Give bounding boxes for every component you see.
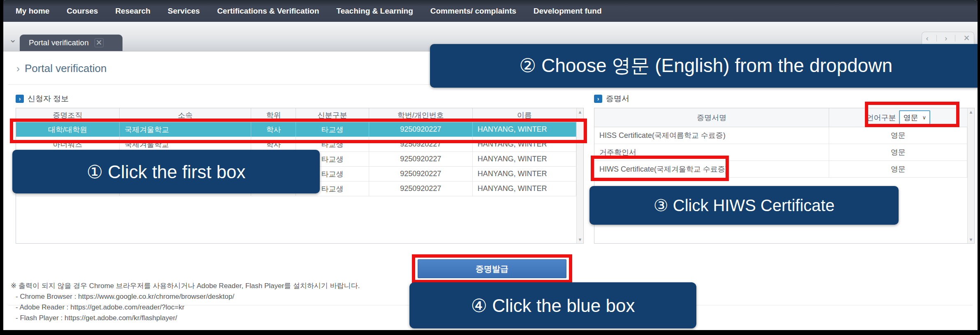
column-header: 이름 (473, 108, 576, 122)
next-tab-icon[interactable]: › (945, 34, 947, 42)
divider (936, 35, 937, 42)
certificate-table-row[interactable]: HIWS Certificate(국제겨울학교 수료증)영문 (594, 161, 967, 178)
nav-item-comments-complaints[interactable]: Comments/ complaints (430, 7, 516, 16)
language-dropdown[interactable]: 영문 ∨ (899, 110, 930, 125)
annotation-step2: ② Choose 영문 (English) from the dropdown (430, 44, 978, 88)
table-cell: HANYANG, WINTER (473, 122, 576, 137)
certificate-table-scrollbar[interactable]: ▲ ▼ (967, 108, 974, 243)
close-all-icon[interactable]: ✕ (964, 34, 970, 42)
nav-item-teaching-learning[interactable]: Teaching & Learning (336, 7, 413, 16)
applicant-table-scrollbar[interactable]: ▲ ▼ (576, 108, 583, 243)
nav-item-development-fund[interactable]: Development fund (534, 7, 602, 16)
note-line: ※ 출력이 되지 않을 경우 Chrome 브라우저를 사용하시거나 Adobe… (11, 281, 360, 291)
language-selected-value: 영문 (903, 113, 918, 123)
browser-notes: ※ 출력이 되지 않을 경우 Chrome 브라우저를 사용하시거나 Adobe… (11, 281, 360, 323)
scroll-down-icon[interactable]: ▼ (578, 237, 582, 242)
divider (955, 35, 955, 42)
nav-item-my-home[interactable]: My home (16, 7, 49, 16)
prev-tab-icon[interactable]: ‹ (926, 34, 929, 42)
scroll-up-icon[interactable]: ▲ (969, 109, 973, 114)
chevron-down-icon[interactable]: ⌄ (9, 34, 16, 45)
annotation-step3: ③ Click HIWS Certificate (589, 186, 899, 225)
issue-certificate-button[interactable]: 증명발급 (418, 259, 566, 278)
table-cell: 9250920227 (369, 167, 473, 181)
column-header: 신분구분 (296, 108, 369, 122)
certificate-table-header: 증명서명 언어구분 영문 ∨ (594, 108, 967, 127)
section-arrow-icon: › (594, 95, 602, 103)
certificate-table-row[interactable]: 거주확인서영문 (594, 144, 967, 161)
certificate-language-cell: 영문 (829, 161, 967, 177)
breadcrumb-chevron-icon: › (16, 63, 20, 74)
scroll-up-icon[interactable]: ▲ (578, 109, 582, 114)
certificate-language-cell: 영문 (829, 144, 967, 161)
chevron-down-icon: ∨ (922, 114, 926, 121)
table-cell: HANYANG, WINTER (473, 152, 576, 166)
certificate-table-row[interactable]: HISS Certificate(국제여름학교 수료증)영문 (594, 127, 967, 144)
table-cell: 타교생 (296, 122, 369, 137)
tab-portal-verification[interactable]: Portal verification ✕ (20, 35, 122, 51)
table-cell: 9250920227 (369, 181, 473, 196)
portal-window: My home Courses Research Services Certif… (3, 0, 978, 330)
certificate-name-cell[interactable]: HISS Certificate(국제여름학교 수료증) (594, 127, 829, 144)
annotation-step4: ④ Click the blue box (409, 282, 696, 328)
column-header: 소속 (120, 108, 251, 122)
column-header: 학번/개인번호 (369, 108, 473, 122)
applicant-section-title: › 신청자 정보 (16, 93, 69, 104)
note-line: - Chrome Browser : https://www.google.co… (11, 291, 360, 302)
column-header: 증명조직 (16, 108, 120, 122)
note-line: - Adobe Reader : https://get.adobe.com/r… (11, 302, 360, 313)
table-cell: HANYANG, WINTER (473, 181, 576, 196)
certificate-name-cell[interactable]: HIWS Certificate(국제겨울학교 수료증) (594, 161, 829, 177)
table-cell: 9250920227 (369, 137, 473, 151)
table-cell: 9250920227 (369, 152, 473, 166)
nav-item-courses[interactable]: Courses (67, 7, 98, 16)
scroll-down-icon[interactable]: ▼ (969, 237, 973, 242)
nav-item-research[interactable]: Research (115, 7, 150, 16)
note-line: - Flash Player : https://get.adobe.com/k… (11, 313, 360, 323)
section-arrow-icon: › (16, 95, 24, 103)
tab-close-icon[interactable]: ✕ (95, 38, 104, 47)
column-header-language: 언어구분 영문 ∨ (829, 108, 967, 127)
table-cell: HANYANG, WINTER (473, 167, 576, 181)
column-header: 학위 (251, 108, 296, 122)
tab-label: Portal verification (29, 38, 89, 47)
table-cell: 대학/대학원 (16, 122, 120, 137)
table-cell: 학사 (251, 137, 296, 151)
applicant-table-row[interactable]: 대학/대학원국제겨울학교학사타교생9250920227HANYANG, WINT… (16, 122, 576, 137)
certificate-name-cell[interactable]: 거주확인서 (594, 144, 829, 161)
certificate-language-cell: 영문 (829, 127, 967, 144)
table-cell: 학사 (251, 122, 296, 137)
top-navigation: My home Courses Research Services Certif… (3, 0, 978, 22)
column-header-certificate-name: 증명서명 (594, 108, 829, 127)
screenshot-frame: My home Courses Research Services Certif… (0, 0, 980, 335)
nav-item-services[interactable]: Services (168, 7, 200, 16)
table-cell: 국제겨울학교 (120, 137, 251, 151)
table-cell: 아너워즈 (16, 137, 120, 151)
annotation-step1: ① Click the first box (12, 150, 320, 193)
applicant-table-header: 증명조직소속학위신분구분학번/개인번호이름 (16, 108, 576, 122)
tab-nav-controls: ‹ › ✕ (922, 32, 974, 44)
nav-item-certifications-verification[interactable]: Certifications & Verification (217, 7, 319, 16)
table-cell: 타교생 (296, 137, 369, 151)
language-label: 언어구분 (866, 113, 896, 123)
certificate-section-title: › 증명서 (594, 93, 629, 104)
table-cell: HANYANG, WINTER (473, 137, 576, 151)
table-cell: 국제겨울학교 (120, 122, 251, 137)
table-cell: 9250920227 (369, 122, 473, 137)
page-title: › Portal verification (16, 62, 106, 75)
